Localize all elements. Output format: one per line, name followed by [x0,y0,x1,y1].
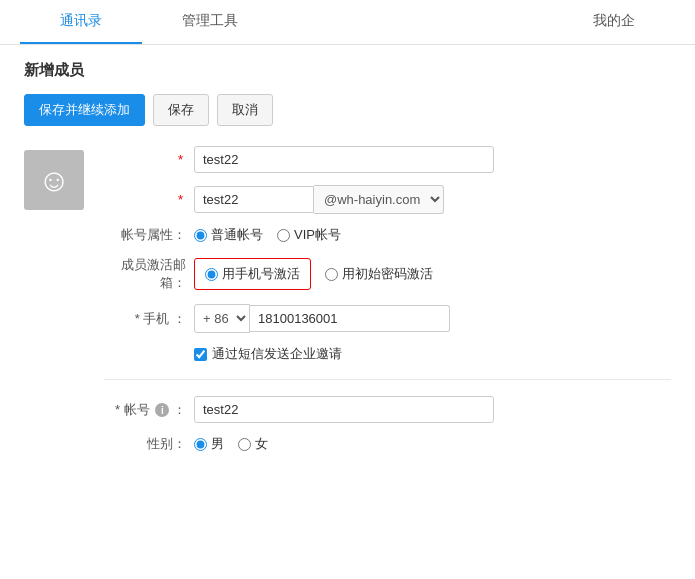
email-wrapper: @wh-haiyin.com [194,185,444,214]
avatar[interactable]: ☺ [24,150,84,210]
sms-invite-text: 通过短信发送企业邀请 [212,345,342,363]
account-label-col: * 帐号 i ： [104,401,194,419]
phone-label: * 手机 ： [104,310,194,328]
activation-phone-box: 用手机号激活 [194,258,311,290]
radio-vip-label: VIP帐号 [294,226,341,244]
gender-group: 男 女 [194,435,268,453]
account-colon: ： [173,402,186,417]
account-type-label: 帐号属性： [104,226,194,244]
radio-normal-input[interactable] [194,229,207,242]
nav-tab-enterprise[interactable]: 我的企 [553,0,675,44]
top-nav: 通讯录 管理工具 我的企 [0,0,695,45]
radio-female-label: 女 [255,435,268,453]
radio-female-input[interactable] [238,438,251,451]
gender-label: 性别： [104,435,194,453]
email-domain-select[interactable]: @wh-haiyin.com [314,185,444,214]
name-label: * [104,152,194,167]
fields-col: * * @wh-haiyin.com 帐号属性： [104,146,671,465]
radio-vip-account[interactable]: VIP帐号 [277,226,341,244]
gender-row: 性别： 男 女 [104,435,671,453]
account-label-text: * 帐号 [115,402,150,417]
email-label: * [104,192,194,207]
email-local-input[interactable] [194,186,314,213]
cancel-button[interactable]: 取消 [217,94,273,126]
radio-phone-label: 用手机号激活 [222,265,300,283]
sms-invite-checkbox-label[interactable]: 通过短信发送企业邀请 [194,345,342,363]
radio-vip-input[interactable] [277,229,290,242]
required-mark: * [178,152,183,167]
action-bar: 保存并继续添加 保存 取消 [24,94,671,126]
radio-password-label: 用初始密码激活 [342,265,433,283]
activation-group: 用手机号激活 用初始密码激活 [194,258,433,290]
page-content: 新增成员 保存并继续添加 保存 取消 ☺ * * [0,45,695,481]
account-info-icon[interactable]: i [155,403,169,417]
radio-male-label: 男 [211,435,224,453]
account-input[interactable] [194,396,494,423]
save-button[interactable]: 保存 [153,94,209,126]
phone-prefix-select[interactable]: + 86 [194,304,250,333]
radio-normal-account[interactable]: 普通帐号 [194,226,263,244]
radio-password-input[interactable] [325,268,338,281]
radio-phone-activate[interactable]: 用手机号激活 [205,265,300,283]
account-type-group: 普通帐号 VIP帐号 [194,226,341,244]
radio-female[interactable]: 女 [238,435,268,453]
radio-phone-input[interactable] [205,268,218,281]
phone-row: * 手机 ： + 86 [104,304,671,333]
nav-tab-contacts[interactable]: 通讯录 [20,0,142,44]
page-title: 新增成员 [24,61,671,80]
radio-normal-label: 普通帐号 [211,226,263,244]
activation-row: 成员激活邮箱： 用手机号激活 用初始密码激活 [104,256,671,292]
name-input[interactable] [194,146,494,173]
avatar-col: ☺ [24,146,104,465]
account-row: * 帐号 i ： [104,396,671,423]
account-type-row: 帐号属性： 普通帐号 VIP帐号 [104,226,671,244]
name-row: * [104,146,671,173]
radio-male[interactable]: 男 [194,435,224,453]
section-divider [104,379,671,380]
nav-tab-admin[interactable]: 管理工具 [142,0,278,44]
radio-password-activate[interactable]: 用初始密码激活 [325,265,433,283]
email-required-mark: * [178,192,183,207]
save-continue-button[interactable]: 保存并继续添加 [24,94,145,126]
form-area: ☺ * * @wh-haiyin.com [24,146,671,465]
activation-label: 成员激活邮箱： [104,256,194,292]
user-icon: ☺ [38,164,71,196]
radio-male-input[interactable] [194,438,207,451]
email-row: * @wh-haiyin.com [104,185,671,214]
sms-invite-checkbox[interactable] [194,348,207,361]
sms-row: 通过短信发送企业邀请 [104,345,671,363]
phone-input[interactable] [250,305,450,332]
